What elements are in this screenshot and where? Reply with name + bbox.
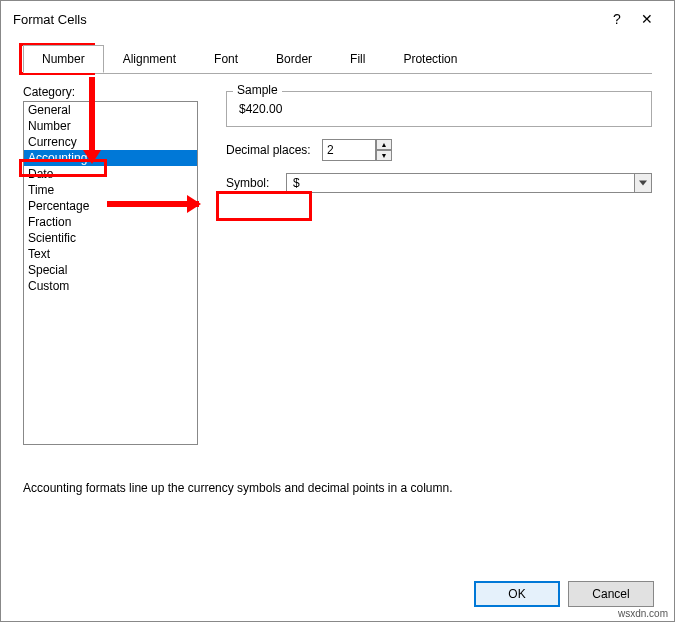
symbol-label: Symbol: [226,176,286,190]
decimal-value-field[interactable] [322,139,376,161]
tab-border-line [23,73,652,74]
tab-strip: Number Alignment Font Border Fill Protec… [23,45,674,73]
spinner-down-icon[interactable]: ▼ [376,150,392,161]
dialog-footer: OK Cancel [474,581,654,607]
watermark: wsxdn.com [618,608,668,619]
category-item-custom[interactable]: Custom [24,278,197,294]
sample-box: Sample $420.00 [226,91,652,127]
tab-number[interactable]: Number [23,45,104,73]
dialog-body: Category: GeneralNumberCurrencyAccountin… [1,73,674,445]
category-item-general[interactable]: General [24,102,197,118]
sample-legend: Sample [233,83,282,97]
ok-button[interactable]: OK [474,581,560,607]
window-title: Format Cells [13,12,602,27]
category-item-special[interactable]: Special [24,262,197,278]
left-column: Category: GeneralNumberCurrencyAccountin… [23,85,208,445]
cancel-button[interactable]: Cancel [568,581,654,607]
tab-border[interactable]: Border [257,45,331,73]
category-item-date[interactable]: Date [24,166,197,182]
tab-fill[interactable]: Fill [331,45,384,73]
category-item-currency[interactable]: Currency [24,134,197,150]
category-listbox[interactable]: GeneralNumberCurrencyAccountingDateTimeP… [23,101,198,445]
symbol-select[interactable]: $ [286,173,652,193]
spinner-up-icon[interactable]: ▲ [376,139,392,150]
decimal-row: Decimal places: ▲ ▼ [226,139,652,161]
category-item-time[interactable]: Time [24,182,197,198]
tab-font[interactable]: Font [195,45,257,73]
chevron-down-icon[interactable] [634,173,652,193]
symbol-row: Symbol: $ [226,173,652,193]
category-item-scientific[interactable]: Scientific [24,230,197,246]
category-item-text[interactable]: Text [24,246,197,262]
decimal-label: Decimal places: [226,143,322,157]
right-column: Sample $420.00 Decimal places: ▲ ▼ Symbo… [208,85,652,445]
symbol-value: $ [286,173,634,193]
category-item-fraction[interactable]: Fraction [24,214,197,230]
tab-protection[interactable]: Protection [384,45,476,73]
arrow-down-icon [89,77,95,162]
decimal-places-input[interactable]: ▲ ▼ [322,139,392,161]
titlebar: Format Cells ? ✕ [1,1,674,37]
category-item-accounting[interactable]: Accounting [24,150,197,166]
category-description: Accounting formats line up the currency … [23,481,652,495]
sample-value: $420.00 [239,102,639,116]
tab-alignment[interactable]: Alignment [104,45,195,73]
arrow-right-icon [107,201,199,207]
category-label: Category: [23,85,208,99]
close-button[interactable]: ✕ [632,11,662,27]
decimal-spinner[interactable]: ▲ ▼ [376,139,392,161]
category-item-number[interactable]: Number [24,118,197,134]
help-button[interactable]: ? [602,11,632,27]
